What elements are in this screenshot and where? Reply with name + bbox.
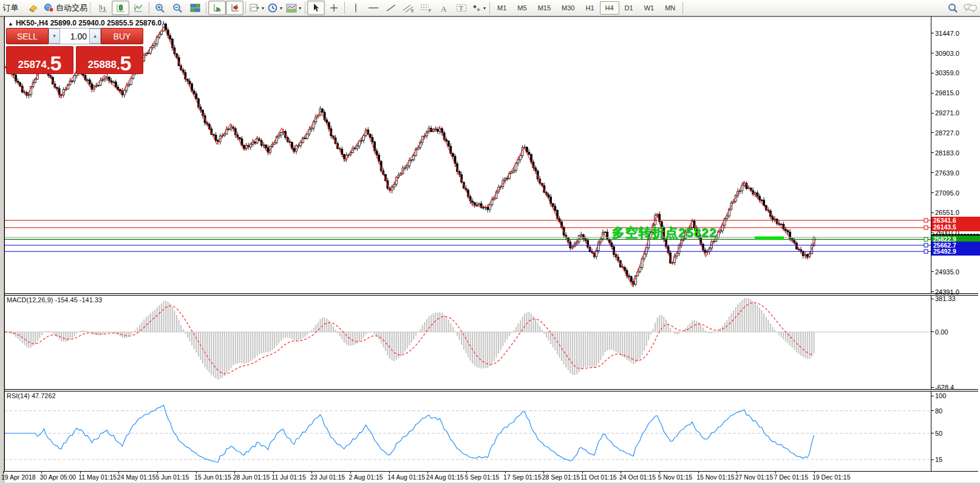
candlestick-chart-button[interactable] [112,1,129,15]
separator [206,2,206,14]
dropdown-arrow-icon: ▾ [262,5,264,11]
zoom-in-icon [155,3,165,13]
candlestick-chart-icon [116,3,126,13]
separator [344,2,345,14]
vertical-line-button[interactable] [347,1,364,15]
zoom-out-icon [172,3,183,13]
timeframe-group: M1M5M15M30H1H4D1W1MN [492,1,681,15]
chart-canvas[interactable] [0,0,980,485]
volume-increase-button[interactable]: ▲ [89,29,101,44]
order-book-button[interactable] [24,1,42,15]
fibonacci-button[interactable]: F [417,1,435,15]
text-label-icon: T [456,3,467,13]
text-button[interactable]: A [435,1,452,15]
crosshair-icon [329,3,339,13]
add-indicator-icon [250,3,260,13]
volume-decrease-button[interactable]: ▼ [49,29,60,44]
equidistant-channel-button[interactable]: E [400,1,417,15]
zoom-out-button[interactable] [169,1,186,15]
sell-price-frac: 5 [50,55,61,72]
timeframe-button-m30[interactable]: M30 [556,1,580,15]
timeframe-button-w1[interactable]: W1 [639,1,660,15]
svg-text:E: E [411,8,414,13]
buy-button[interactable]: BUY [101,28,143,44]
new-order-button[interactable]: 订单 [1,1,24,15]
bar-chart-button[interactable] [94,1,112,15]
dropdown-arrow-icon: ▾ [483,5,486,11]
equidistant-channel-icon: E [403,3,415,13]
autotrading-label: 自动交易 [56,2,87,13]
arrows-icon [472,3,481,13]
sell-price-int: 25874 [18,59,47,70]
auto-scroll-button[interactable] [208,1,226,15]
sell-price-quote[interactable]: 25874 . 5 [6,46,73,74]
line-handle[interactable] [924,226,928,229]
auto-scroll-icon [213,3,222,13]
line-chart-button[interactable] [129,1,147,15]
line-handle[interactable] [924,249,928,253]
period-button[interactable]: ▾ [266,1,284,15]
timeframe-button-h1[interactable]: H1 [580,1,599,15]
buy-price-frac: 5 [120,55,131,72]
volume-stepper: ▼ ▲ [49,28,101,44]
line-chart-icon [134,3,143,13]
timeframe-button-m15[interactable]: M15 [533,1,556,15]
crosshair-button[interactable] [325,1,342,15]
timeframe-button-h4[interactable]: H4 [600,1,619,15]
bar-chart-icon [98,3,108,13]
separator [489,2,490,14]
tile-windows-button[interactable] [186,1,204,15]
toolbar: 订单 自动交易 [0,0,980,16]
svg-text:A: A [441,4,447,13]
volume-input[interactable] [60,29,89,44]
timeframe-button-mn[interactable]: MN [659,1,681,15]
vertical-line-icon [352,3,359,13]
sell-button[interactable]: SELL [6,28,49,44]
chat-icon [964,3,977,13]
one-click-trading-panel: SELL ▼ ▲ BUY 25874 . 5 25888 . 5 [6,28,143,74]
template-icon [286,4,297,13]
timeframe-button-m5[interactable]: M5 [512,1,532,15]
add-indicator-button[interactable]: ▾ [248,1,266,15]
text-label-button[interactable]: T [452,1,470,15]
svg-text:F: F [429,8,431,13]
autotrading-icon [44,3,55,13]
trendline-icon [386,3,396,13]
buy-price-quote[interactable]: 25888 . 5 [76,46,143,74]
arrows-button[interactable]: ▾ [470,1,488,15]
line-handle[interactable] [924,237,928,241]
new-order-label: 订单 [3,2,19,13]
clock-icon [268,3,278,13]
cursor-icon [311,3,321,13]
separator [149,2,149,14]
svg-text:T: T [459,4,463,12]
chart-shift-icon [230,3,240,13]
line-handle[interactable] [924,219,928,222]
autotrading-button[interactable]: 自动交易 [42,1,89,15]
cursor-button[interactable] [307,1,325,15]
timeframe-button-d1[interactable]: D1 [619,1,639,15]
timeframe-button-m1[interactable]: M1 [492,1,512,15]
tile-windows-icon [190,3,200,13]
dropdown-arrow-icon: ▾ [280,5,282,11]
search-icon [947,3,958,13]
dropdown-arrow-icon: ▾ [299,5,301,11]
trendline-button[interactable] [382,1,400,15]
template-button[interactable]: ▾ [284,1,303,15]
text-icon: A [440,4,448,13]
horizontal-line-icon [368,4,379,12]
search-button[interactable] [944,1,961,15]
fibonacci-icon: F [420,3,432,13]
order-book-icon [28,3,39,13]
zoom-in-button[interactable] [151,1,169,15]
line-handle[interactable] [924,243,928,247]
group-handle [90,2,92,13]
separator [305,2,305,14]
chat-button[interactable] [961,1,979,15]
horizontal-line-button[interactable] [364,1,382,15]
separator [682,2,683,14]
buy-price-int: 25888 [88,59,117,70]
separator [245,2,246,14]
chart-shift-button[interactable] [226,1,243,15]
